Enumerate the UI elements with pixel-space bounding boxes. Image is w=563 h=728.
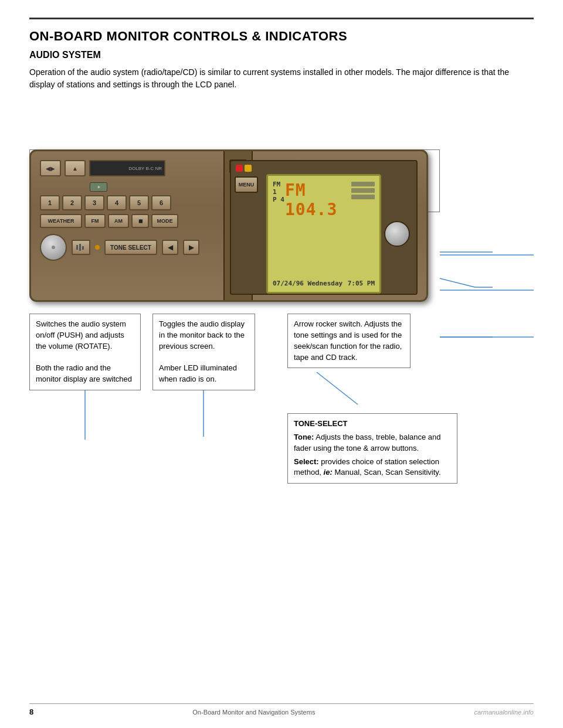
num-btn-4[interactable]: 4 <box>107 195 127 210</box>
led-container <box>95 245 100 250</box>
am-btn[interactable]: AM <box>108 214 129 228</box>
bottom-callouts-area: Switches the audio system on/off (PUSH) … <box>29 314 534 536</box>
function-buttons-row: WEATHER FM AM ◼ MODE <box>40 214 216 228</box>
footer-watermark: carmanualonline.info <box>474 709 534 716</box>
arrow-left-btn[interactable]: ◀ <box>162 240 178 255</box>
red-dot <box>236 165 243 172</box>
num-btn-3[interactable]: 3 <box>84 195 104 210</box>
tape-controls-row: ◀▶ ▲ DOLBY B-C NR <box>40 160 216 176</box>
lcd-bottom-row: 07/24/96 Wednesday 7:05 PM <box>273 280 375 287</box>
footer-description: On-Board Monitor and Navigation Systems <box>192 709 315 716</box>
color-dots-row <box>231 161 416 174</box>
toggles-callout-text: Toggles the audio display in the monitor… <box>159 319 249 352</box>
toggles-callout: Toggles the audio display in the monitor… <box>152 314 255 390</box>
volume-knob[interactable] <box>40 234 67 261</box>
page-container: ON-BOARD MONITOR CONTROLS & INDICATORS A… <box>0 0 563 728</box>
dolby-btn[interactable]: ◼ <box>131 214 149 228</box>
tape-status-row: ✦ <box>90 182 216 192</box>
tape-slot: DOLBY B-C NR <box>89 160 165 176</box>
svg-rect-12 <box>76 245 78 250</box>
yellow-dot <box>245 165 252 172</box>
num-btn-5[interactable]: 5 <box>129 195 149 210</box>
lcd-signal-bars <box>351 182 375 199</box>
svg-rect-13 <box>79 244 81 251</box>
lcd-station-info: FM 1 P 4 <box>273 181 285 203</box>
fm-btn[interactable]: FM <box>84 214 106 228</box>
tone-select-tone-text: Tone: Adjusts the bass, treble, balance … <box>294 432 451 454</box>
tone-select-select-text: Select: provides choice of station selec… <box>294 457 451 479</box>
switches-callout: Switches the audio system on/off (PUSH) … <box>29 314 141 390</box>
menu-column: MENU <box>235 174 264 294</box>
lcd-preset: P 4 <box>273 196 285 203</box>
top-border <box>29 18 534 19</box>
equalizer-icon <box>72 240 90 255</box>
page-title: ON-BOARD MONITOR CONTROLS & INDICATORS <box>29 29 534 44</box>
right-volume-knob[interactable] <box>384 221 410 247</box>
page-footer: 8 On-Board Monitor and Navigation System… <box>29 703 534 716</box>
lcd-bar-1 <box>351 182 375 186</box>
switches-callout-text: Switches the audio system on/off (PUSH) … <box>36 319 134 352</box>
lcd-date: 07/24/96 Wednesday <box>273 280 342 287</box>
svg-rect-14 <box>82 246 84 250</box>
num-btn-6[interactable]: 6 <box>151 195 171 210</box>
right-volume-container <box>384 174 413 294</box>
arrow-rocker-callout: Arrow rocker switch. Adjusts the tone se… <box>287 314 411 368</box>
lcd-band: FM 1 <box>273 181 285 196</box>
num-btn-1[interactable]: 1 <box>40 195 60 210</box>
subsection-title: AUDIO SYSTEM <box>29 50 534 60</box>
tape-status-indicator: ✦ <box>90 182 107 192</box>
arrow-right-btn[interactable]: ▶ <box>183 240 199 255</box>
lcd-frequency: FM 104.3 <box>285 181 351 219</box>
lcd-screen: FM 1 P 4 FM 104.3 07/24/96 Wednes <box>266 174 381 294</box>
lcd-time: 7:05 PM <box>348 280 375 287</box>
dolby-label: DOLBY B-C NR <box>128 166 162 171</box>
number-buttons-row: 1 2 3 4 5 6 <box>40 195 216 210</box>
arrow-rocker-text: Arrow rocker switch. Adjusts the tone se… <box>294 319 404 363</box>
toggles-callout-text2: Amber LED illuminated when radio is on. <box>159 363 249 385</box>
mode-btn[interactable]: MODE <box>151 214 178 228</box>
menu-btn[interactable]: MENU <box>235 176 258 193</box>
tape-eject-btn[interactable]: ▲ <box>65 160 86 176</box>
tone-select-title: TONE-SELECT <box>294 419 451 430</box>
lcd-top-row: FM 1 P 4 FM 104.3 <box>273 181 375 219</box>
amber-led <box>95 245 100 250</box>
intro-text: Operation of the audio system (radio/tap… <box>29 66 534 91</box>
radio-right-panel: MENU FM 1 P 4 FM 104.3 <box>230 160 418 295</box>
lcd-bar-3 <box>351 195 375 199</box>
radio-right-middle: MENU FM 1 P 4 FM 104.3 <box>231 174 416 294</box>
num-btn-2[interactable]: 2 <box>62 195 82 210</box>
bottom-controls-row: TONE SELECT ◀ ▶ <box>40 234 216 261</box>
radio-unit: ◀▶ ▲ DOLBY B-C NR ✦ 1 2 3 <box>29 149 428 302</box>
diagram-area: Tape program and eject buttons. 1-6 butt… <box>29 149 534 536</box>
radio-left-panel: ◀▶ ▲ DOLBY B-C NR ✦ 1 2 3 <box>40 160 216 295</box>
switches-callout-text2: Both the radio and the monitor display a… <box>36 363 134 385</box>
weather-btn[interactable]: WEATHER <box>40 214 82 228</box>
page-number: 8 <box>29 707 33 716</box>
tone-select-btn[interactable]: TONE SELECT <box>104 240 157 255</box>
tone-select-callout: TONE-SELECT Tone: Adjusts the bass, treb… <box>287 413 457 484</box>
tape-play-btn[interactable]: ◀▶ <box>40 160 61 176</box>
lcd-bar-2 <box>351 188 375 193</box>
